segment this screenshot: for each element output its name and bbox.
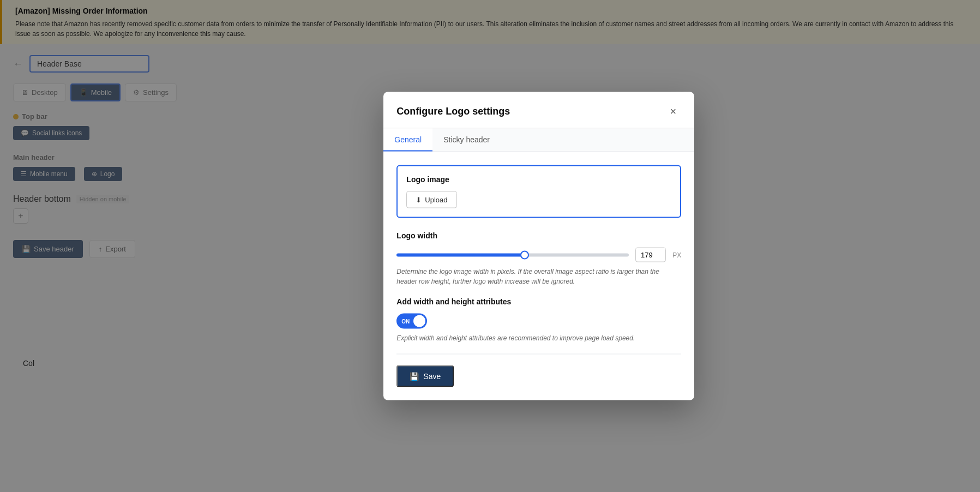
- add-attrs-help: Explicit width and height attributes are…: [396, 333, 681, 343]
- modal-body: Logo image ⬇ Upload Logo width PX Determ…: [383, 152, 694, 400]
- width-row: PX: [396, 248, 681, 262]
- modal-tabs: General Sticky header: [383, 129, 694, 152]
- toggle-on-label: ON: [401, 318, 410, 324]
- modal-save-button[interactable]: 💾 Save: [396, 365, 454, 387]
- modal-header: Configure Logo settings ×: [383, 92, 694, 129]
- slider-thumb[interactable]: [520, 250, 529, 259]
- tab-sticky-label: Sticky header: [443, 135, 490, 144]
- width-input[interactable]: [635, 248, 666, 262]
- toggle-circle: [413, 315, 425, 327]
- configure-logo-modal: Configure Logo settings × General Sticky…: [383, 92, 694, 400]
- logo-width-title: Logo width: [396, 231, 681, 240]
- logo-width-help: Determine the logo image width in pixels…: [396, 267, 681, 286]
- logo-image-section: Logo image ⬇ Upload: [396, 165, 681, 218]
- tab-general[interactable]: General: [383, 129, 432, 152]
- logo-image-title: Logo image: [406, 175, 671, 184]
- close-icon: ×: [670, 105, 677, 117]
- tab-sticky-header[interactable]: Sticky header: [432, 129, 501, 152]
- modal-title: Configure Logo settings: [396, 105, 510, 117]
- toggle-row: ON: [396, 314, 681, 329]
- width-slider[interactable]: [396, 253, 629, 256]
- toggle-switch[interactable]: ON: [396, 314, 427, 329]
- add-attrs-title: Add width and height attributes: [396, 297, 681, 306]
- upload-icon: ⬇: [416, 196, 422, 204]
- modal-save-label: Save: [423, 372, 441, 381]
- add-attrs-section: Add width and height attributes ON Expli…: [396, 297, 681, 343]
- tab-general-label: General: [394, 135, 422, 144]
- logo-width-section: Logo width PX Determine the logo image w…: [396, 231, 681, 286]
- divider: [396, 354, 681, 355]
- upload-label: Upload: [425, 196, 447, 204]
- modal-close-button[interactable]: ×: [665, 103, 681, 119]
- px-unit-label: PX: [672, 251, 681, 259]
- save-icon-modal: 💾: [410, 372, 419, 381]
- upload-button[interactable]: ⬇ Upload: [406, 191, 456, 208]
